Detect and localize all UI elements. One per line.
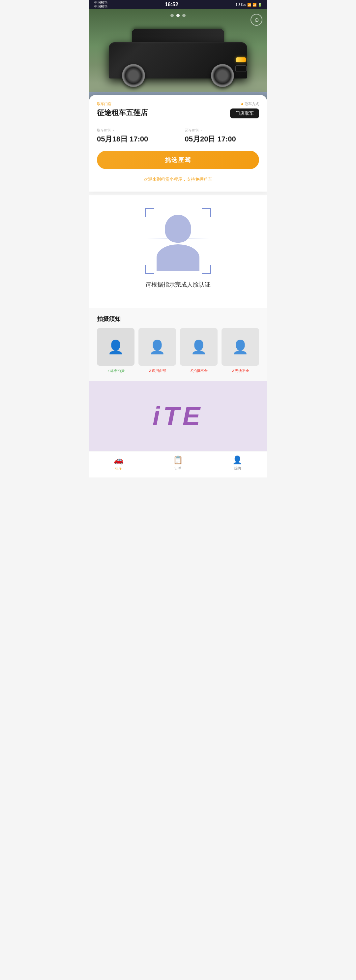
- battery-icon: 🔋: [258, 3, 262, 6]
- divider-1: [97, 124, 259, 124]
- carrier-info: 中国移动 中国移动: [94, 1, 108, 9]
- profile-label: 我的: [234, 466, 241, 471]
- main-card: 取车门店 征途租车五莲店 取车方式 门店取车 取车时间 › 05月18日 17:…: [89, 95, 267, 192]
- photo-item-1: 👤 ✓标准拍摄: [97, 328, 135, 373]
- store-section: 取车门店 征途租车五莲店 取车方式 门店取车: [97, 102, 259, 118]
- system-icons: 1.3 K/s 📶 📶 🔋: [236, 3, 262, 6]
- pickup-time-block[interactable]: 取车时间 › 05月18日 17:00: [97, 128, 172, 144]
- profile-icon: 👤: [232, 455, 242, 465]
- photo-item-4: 👤 ✗光线不全: [221, 328, 259, 373]
- face-silhouette: [155, 215, 201, 267]
- car-illustration: [102, 26, 254, 92]
- photo-thumb-4: 👤: [221, 328, 259, 366]
- signal-icon: 📶: [253, 3, 256, 6]
- camera-button[interactable]: ⊙: [251, 14, 262, 26]
- return-time-label: 还车时间 ›: [185, 128, 259, 133]
- nav-item-orders[interactable]: 📋 订单: [148, 454, 208, 472]
- return-time-block[interactable]: 还车时间 › 05月20日 17:00: [185, 128, 259, 144]
- time-section: 取车时间 › 05月18日 17:00 还车时间 › 05月20日 17:00: [97, 128, 259, 144]
- pickup-time-value: 05月18日 17:00: [97, 134, 172, 144]
- photo-thumb-2: 👤: [138, 328, 176, 366]
- face-head: [165, 215, 191, 243]
- face-frame-container: [97, 208, 259, 274]
- orders-label: 订单: [174, 466, 182, 471]
- photo-caption-3: ✗拍摄不全: [190, 368, 208, 373]
- watermark-text: iTE: [153, 401, 203, 431]
- pickup-label: 取车方式: [241, 102, 259, 107]
- time-display: 16:52: [165, 2, 178, 8]
- photo-item-2: 👤 ✗遮挡面部: [138, 328, 176, 373]
- dot-1[interactable]: [170, 14, 174, 17]
- frame-corner-tl: [145, 208, 154, 217]
- nav-item-rentcar[interactable]: 🚗 租车: [89, 454, 148, 472]
- store-label: 取车门店: [97, 102, 148, 107]
- photo-instructions-section: 📞 🎧 ⊞ 拍摄须知 👤 ✓标准拍摄 👤 ✗遮挡面部 👤 ✗拍: [89, 308, 267, 381]
- dot-3[interactable]: [182, 14, 186, 17]
- network-speed: 1.3 K/s: [236, 3, 246, 6]
- frame-corner-br: [202, 265, 211, 274]
- image-dots: [170, 14, 186, 17]
- promo-text: 欢迎来到租赁小程序，支持免押租车: [97, 174, 259, 185]
- time-divider: [178, 129, 178, 143]
- select-car-button[interactable]: 挑选座驾: [97, 151, 259, 169]
- photo-title: 拍摄须知: [97, 315, 259, 323]
- pickup-dot-indicator: [241, 103, 243, 105]
- watermark-section: iTE: [89, 381, 267, 451]
- nav-item-profile[interactable]: 👤 我的: [208, 454, 267, 472]
- store-name: 征途租车五莲店: [97, 108, 148, 118]
- pickup-arrow: ›: [113, 129, 114, 132]
- person-icon-2: 👤: [149, 339, 165, 355]
- person-icon-3: 👤: [191, 339, 207, 355]
- return-arrow: ›: [201, 129, 202, 132]
- pickup-badge[interactable]: 门店取车: [230, 108, 259, 118]
- face-instruction: 请根据指示完成人脸认证: [97, 281, 259, 288]
- hero-car-image: ⊙: [89, 9, 267, 102]
- face-recognition-section: 请根据指示完成人脸认证: [89, 195, 267, 308]
- photo-caption-4: ✗光线不全: [232, 368, 249, 373]
- dot-2[interactable]: [176, 14, 180, 17]
- rentcar-label: 租车: [115, 466, 122, 471]
- wifi-icon: 📶: [247, 3, 251, 6]
- store-info: 取车门店 征途租车五莲店: [97, 102, 148, 118]
- pickup-time-label: 取车时间 ›: [97, 128, 172, 133]
- photo-thumb-1: 👤: [97, 328, 135, 366]
- pickup-method: 取车方式 门店取车: [230, 102, 259, 118]
- photo-grid: 👤 ✓标准拍摄 👤 ✗遮挡面部 👤 ✗拍摄不全 👤: [97, 328, 259, 373]
- photo-caption-2: ✗遮挡面部: [149, 368, 166, 373]
- photo-item-3: 👤 ✗拍摄不全: [180, 328, 218, 373]
- return-time-value: 05月20日 17:00: [185, 134, 259, 144]
- person-icon-4: 👤: [232, 339, 248, 355]
- rentcar-icon: 🚗: [114, 455, 124, 465]
- frame-corner-tr: [202, 208, 211, 217]
- bottom-nav: 🚗 租车 📋 订单 👤 我的: [89, 451, 267, 477]
- face-frame: [145, 208, 211, 274]
- orders-icon: 📋: [173, 455, 183, 465]
- face-body: [157, 244, 199, 271]
- photo-thumb-3: 👤: [180, 328, 218, 366]
- frame-corner-bl: [145, 265, 154, 274]
- person-icon-1: 👤: [108, 339, 124, 355]
- status-bar: 中国移动 中国移动 16:52 1.3 K/s 📶 📶 🔋: [89, 0, 267, 9]
- photo-caption-1: ✓标准拍摄: [107, 368, 125, 373]
